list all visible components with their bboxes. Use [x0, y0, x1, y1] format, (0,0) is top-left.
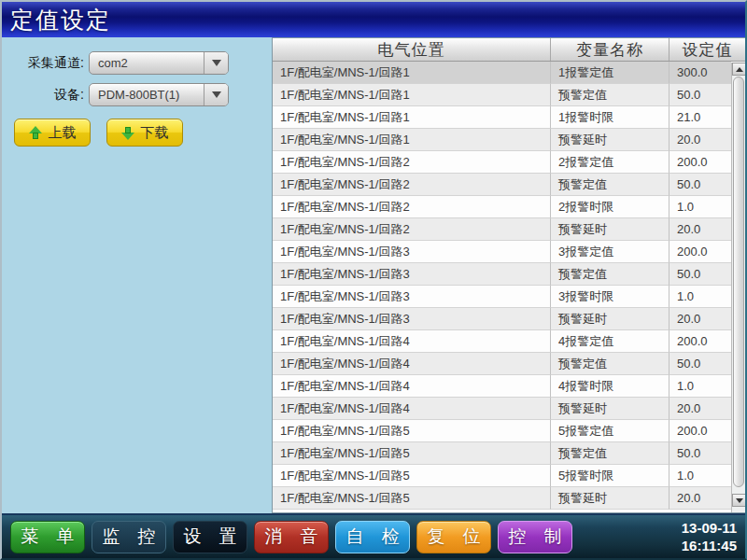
reset-button[interactable]: 复 位	[416, 521, 491, 553]
cell-location: 1F/配电室/MNS-1/回路3	[273, 308, 551, 330]
cell-value: 20.0	[669, 218, 731, 241]
cell-location: 1F/配电室/MNS-1/回路2	[273, 218, 551, 241]
download-button[interactable]: 下载	[106, 119, 183, 147]
cell-variable: 预警延时	[551, 308, 669, 330]
device-dropdown-value: PDM-800BT(1)	[90, 88, 204, 102]
table-row[interactable]: 1F/配电室/MNS-1/回路4 预警定值 50.0	[273, 353, 731, 375]
table-row[interactable]: 1F/配电室/MNS-1/回路5 5报警时限 1.0	[273, 465, 731, 487]
cell-value: 20.0	[669, 487, 731, 510]
cell-value: 200.0	[669, 151, 731, 174]
cell-variable: 5报警定值	[551, 420, 669, 442]
left-panel: 采集通道: com2 设备: PDM-800BT(1)	[2, 37, 272, 513]
control-button[interactable]: 控 制	[498, 521, 572, 553]
table-row[interactable]: 1F/配电室/MNS-1/回路2 2报警时限 1.0	[273, 196, 731, 218]
cell-location: 1F/配电室/MNS-1/回路5	[273, 442, 551, 465]
main-area: 采集通道: com2 设备: PDM-800BT(1)	[2, 37, 745, 513]
table-row[interactable]: 1F/配电室/MNS-1/回路1 1报警时限 21.0	[273, 106, 731, 129]
scroll-down-button[interactable]	[732, 494, 745, 507]
cell-variable: 2报警时限	[551, 196, 669, 218]
table-row[interactable]: 1F/配电室/MNS-1/回路4 4报警定值 200.0	[273, 330, 731, 353]
cell-variable: 预警延时	[551, 129, 669, 151]
cell-location: 1F/配电室/MNS-1/回路4	[273, 330, 551, 353]
cell-variable: 3报警定值	[551, 241, 669, 263]
cell-location: 1F/配电室/MNS-1/回路5	[273, 487, 551, 510]
device-field-row: 设备: PDM-800BT(1)	[2, 83, 272, 106]
cell-variable: 预警定值	[551, 442, 669, 465]
device-label: 设备:	[2, 87, 84, 104]
table-row[interactable]: 1F/配电室/MNS-1/回路4 4报警时限 1.0	[273, 375, 731, 398]
table-row[interactable]: 1F/配电室/MNS-1/回路1 预警延时 20.0	[273, 129, 731, 151]
settings-button[interactable]: 设 置	[173, 521, 247, 553]
table-row[interactable]: 1F/配电室/MNS-1/回路5 预警延时 20.0	[273, 487, 731, 510]
scroll-up-button[interactable]	[732, 63, 745, 76]
cell-location: 1F/配电室/MNS-1/回路1	[273, 84, 551, 106]
cell-value: 200.0	[669, 420, 731, 442]
setpoint-table: 电气位置 变量名称 设定值 1F/配电室/MNS-1/回路1 1报警定值 300…	[272, 37, 745, 513]
bottom-navigation-bar: 菜 单 监 控 设 置 消 音 自 检 复 位 控 制 13-09-11 16:…	[2, 513, 745, 558]
cell-location: 1F/配电室/MNS-1/回路2	[273, 151, 551, 174]
cell-value: 50.0	[669, 442, 731, 465]
cell-location: 1F/配电室/MNS-1/回路4	[273, 375, 551, 398]
cell-variable: 预警定值	[551, 353, 669, 375]
cell-value: 20.0	[669, 398, 731, 420]
device-dropdown-arrow-button[interactable]	[204, 84, 228, 105]
triangle-down-icon	[736, 498, 743, 503]
table-row[interactable]: 1F/配电室/MNS-1/回路2 预警延时 20.0	[273, 218, 731, 241]
scrollbar-thumb[interactable]	[733, 77, 744, 487]
channel-dropdown[interactable]: com2	[89, 51, 229, 75]
datetime-display: 13-09-11 16:11:45	[682, 519, 740, 555]
menu-button[interactable]: 菜 单	[10, 521, 85, 553]
cell-value: 50.0	[669, 84, 731, 106]
cell-variable: 预警定值	[551, 174, 669, 196]
table-row[interactable]: 1F/配电室/MNS-1/回路1 预警定值 50.0	[273, 84, 731, 106]
table-row[interactable]: 1F/配电室/MNS-1/回路2 2报警定值 200.0	[273, 151, 731, 174]
column-header-value: 设定值	[669, 38, 745, 61]
cell-variable: 预警定值	[551, 84, 669, 106]
cell-value: 20.0	[669, 129, 731, 151]
self-check-button[interactable]: 自 检	[335, 521, 410, 553]
cell-variable: 1报警定值	[551, 62, 669, 84]
cell-variable: 5报警时限	[551, 465, 669, 487]
cell-value: 21.0	[669, 106, 731, 129]
date-text: 13-09-11	[682, 519, 737, 538]
table-row[interactable]: 1F/配电室/MNS-1/回路1 1报警定值 300.0	[273, 62, 731, 84]
vertical-scrollbar[interactable]	[731, 63, 745, 512]
cell-variable: 预警延时	[551, 398, 669, 420]
cell-variable: 预警定值	[551, 263, 669, 286]
time-text: 16:11:45	[682, 537, 737, 555]
table-row[interactable]: 1F/配电室/MNS-1/回路3 3报警时限 1.0	[273, 286, 731, 308]
cell-location: 1F/配电室/MNS-1/回路3	[273, 241, 551, 263]
page-title: 定值设定	[10, 5, 111, 35]
download-arrow-icon	[121, 126, 134, 140]
table-row[interactable]: 1F/配电室/MNS-1/回路3 预警延时 20.0	[273, 308, 731, 330]
monitor-button[interactable]: 监 控	[92, 521, 166, 553]
mute-button[interactable]: 消 音	[254, 521, 329, 553]
table-row[interactable]: 1F/配电室/MNS-1/回路2 预警定值 50.0	[273, 174, 731, 196]
table-body: 1F/配电室/MNS-1/回路1 1报警定值 300.0 1F/配电室/MNS-…	[273, 62, 731, 512]
hmi-screen: 定值设定 采集通道: com2 设备: PDM-800BT(1)	[0, 0, 747, 560]
cell-location: 1F/配电室/MNS-1/回路4	[273, 398, 551, 420]
cell-variable: 1报警时限	[551, 106, 669, 129]
upload-button[interactable]: 上载	[14, 119, 91, 147]
cell-value: 1.0	[669, 375, 731, 398]
chevron-down-icon	[212, 60, 221, 66]
cell-value: 1.0	[669, 196, 731, 218]
table-row[interactable]: 1F/配电室/MNS-1/回路4 预警延时 20.0	[273, 398, 731, 420]
transfer-buttons-row: 上载 下载	[2, 119, 272, 147]
table-row[interactable]: 1F/配电室/MNS-1/回路3 预警定值 50.0	[273, 263, 731, 286]
table-row[interactable]: 1F/配电室/MNS-1/回路3 3报警定值 200.0	[273, 241, 731, 263]
table-row[interactable]: 1F/配电室/MNS-1/回路5 5报警定值 200.0	[273, 420, 731, 442]
cell-location: 1F/配电室/MNS-1/回路2	[273, 174, 551, 196]
cell-value: 50.0	[669, 174, 731, 196]
device-dropdown[interactable]: PDM-800BT(1)	[89, 83, 229, 106]
channel-dropdown-arrow-button[interactable]	[204, 52, 228, 74]
column-header-location: 电气位置	[273, 38, 551, 61]
upload-arrow-icon	[29, 126, 42, 140]
cell-location: 1F/配电室/MNS-1/回路3	[273, 263, 551, 286]
table-row[interactable]: 1F/配电室/MNS-1/回路5 预警定值 50.0	[273, 442, 731, 465]
cell-value: 200.0	[669, 330, 731, 353]
table-header: 电气位置 变量名称 设定值	[273, 38, 745, 62]
cell-location: 1F/配电室/MNS-1/回路1	[273, 129, 551, 151]
cell-location: 1F/配电室/MNS-1/回路1	[273, 62, 551, 84]
download-button-label: 下载	[141, 124, 169, 142]
